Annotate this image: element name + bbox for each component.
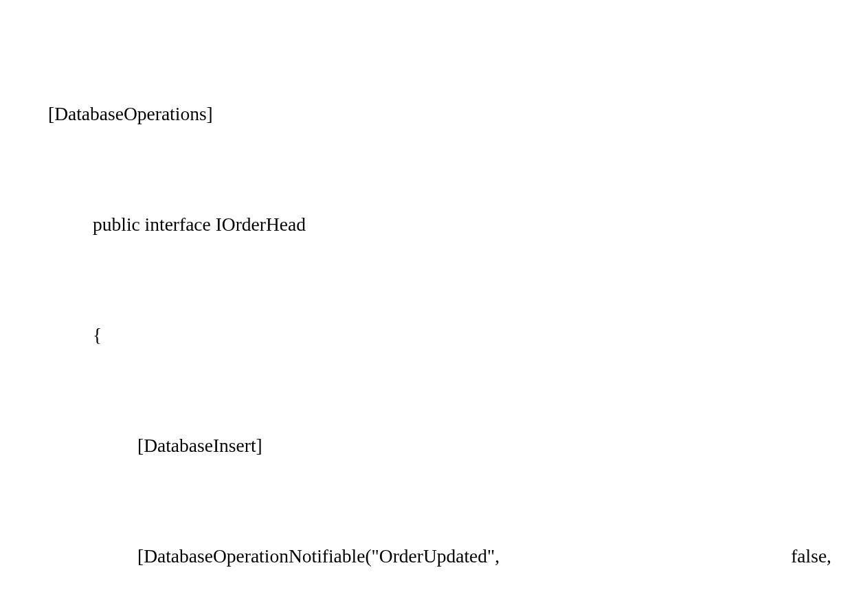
code-line: [DatabaseInsert] [14,427,831,464]
code-block: [DatabaseOperations] public interface IO… [14,22,838,616]
code-line: { [14,317,831,354]
code-line: [DatabaseOperationNotifiable("OrderUpdat… [14,538,831,575]
code-segment: [DatabaseOperationNotifiable("OrderUpdat… [137,545,500,567]
code-line: [DatabaseOperations] [14,95,831,133]
code-line: public interface IOrderHead [14,206,831,243]
code-segment: false, [791,545,831,567]
